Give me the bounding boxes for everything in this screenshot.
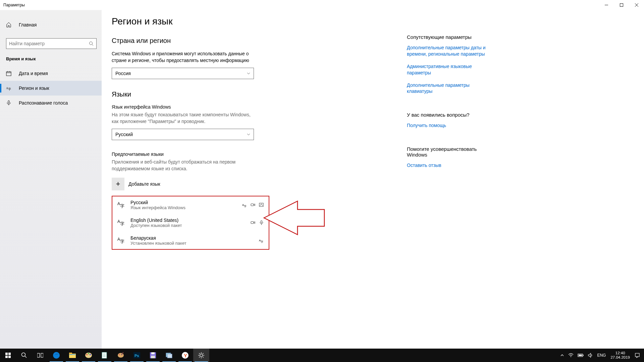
svg-rect-6 xyxy=(6,72,11,76)
sidebar-item-speech[interactable]: Распознавание голоса xyxy=(0,96,102,110)
svg-point-43 xyxy=(86,354,88,355)
svg-rect-77 xyxy=(635,353,639,357)
volume-icon[interactable] xyxy=(586,349,595,362)
lang-name: Беларуская xyxy=(130,235,254,241)
wifi-icon[interactable] xyxy=(566,349,576,362)
add-language-label: Добавьте язык xyxy=(128,181,160,187)
paint3d-app[interactable] xyxy=(113,349,129,362)
home-icon xyxy=(6,22,11,27)
sidebar-home-label: Главная xyxy=(19,22,37,27)
sidebar-home[interactable]: Главная xyxy=(0,17,102,32)
tts-icon xyxy=(251,202,256,207)
close-button[interactable] xyxy=(629,0,644,10)
sidebar-item-label: Регион и язык xyxy=(19,85,49,91)
related-link[interactable]: Административные языковые параметры xyxy=(407,63,487,76)
lang-sub: Доступен языковой пакет xyxy=(130,223,246,228)
svg-text:A: A xyxy=(117,219,120,224)
svg-rect-30 xyxy=(5,353,8,355)
svg-point-4 xyxy=(90,42,93,45)
svg-rect-12 xyxy=(8,101,9,103)
taskbar-clock[interactable]: 12:40 27.04.2019 xyxy=(608,351,633,360)
svg-text:A: A xyxy=(117,237,120,242)
svg-marker-76 xyxy=(588,353,591,357)
region-dropdown[interactable]: Россия xyxy=(112,68,254,79)
svg-rect-18 xyxy=(251,204,254,206)
svg-point-51 xyxy=(119,354,120,355)
display-lang-label: Язык интерфейса Windows xyxy=(112,104,400,110)
paint-app[interactable] xyxy=(80,349,97,362)
minimize-button[interactable] xyxy=(599,0,614,10)
display-lang-icon: A字 xyxy=(242,202,247,207)
task-view-button[interactable] xyxy=(32,349,48,362)
language-glyph-icon: A字 xyxy=(117,218,126,228)
svg-rect-33 xyxy=(8,356,11,358)
svg-rect-74 xyxy=(583,355,584,356)
related-heading: Сопутствующие параметры xyxy=(407,34,487,40)
related-link[interactable]: Дополнительные параметры клавиатуры xyxy=(407,82,487,95)
window-title: Параметры xyxy=(0,3,25,7)
tray-overflow[interactable] xyxy=(558,349,566,362)
related-link[interactable]: Дополнительные параметры даты и времени,… xyxy=(407,45,487,57)
svg-point-50 xyxy=(118,353,124,358)
battery-icon[interactable] xyxy=(576,349,586,362)
search-button[interactable] xyxy=(16,349,32,362)
svg-point-34 xyxy=(22,353,25,357)
display-lang-value: Русский xyxy=(115,132,133,137)
help-link[interactable]: Получить помощь xyxy=(407,122,487,129)
svg-rect-75 xyxy=(579,355,582,356)
svg-text:Ps: Ps xyxy=(135,354,139,358)
taskbar: Ps Y ENG 12:40 27.04.2019 xyxy=(0,349,644,362)
questions-heading: У вас появились вопросы? xyxy=(407,112,487,118)
language-item[interactable]: A字 English (United States) Доступен язык… xyxy=(117,218,264,228)
images-app[interactable] xyxy=(161,349,177,362)
preferred-lang-label: Предпочитаемые языки xyxy=(112,152,400,157)
search-input[interactable] xyxy=(6,38,97,49)
region-value: Россия xyxy=(115,71,131,76)
search-field[interactable] xyxy=(9,41,89,46)
preferred-lang-desc: Приложения и веб-сайты будут отображатьс… xyxy=(112,159,256,172)
yandex-app[interactable]: Y xyxy=(177,349,193,362)
feedback-link[interactable]: Оставить отзыв xyxy=(407,162,487,169)
add-language-button[interactable]: + Добавьте язык xyxy=(112,178,400,190)
language-item[interactable]: A字 Беларуская Установлен языковой пакет … xyxy=(117,235,264,246)
maximize-button[interactable] xyxy=(614,0,629,10)
edge-app[interactable] xyxy=(48,349,64,362)
lang-name: English (United States) xyxy=(130,218,246,223)
svg-rect-60 xyxy=(167,354,172,358)
page-title: Регион и язык xyxy=(112,16,400,27)
save-app[interactable] xyxy=(145,349,161,362)
language-icon: A字 xyxy=(6,85,11,91)
svg-rect-58 xyxy=(151,356,155,358)
lang-sub: Установлен языковой пакет xyxy=(130,241,254,246)
clock-time: 12:40 xyxy=(610,351,630,355)
explorer-app[interactable] xyxy=(64,349,80,362)
language-item[interactable]: A字 Русский Язык интерфейса Windows A字 xyxy=(117,200,264,210)
improve-heading: Помогите усовершенствовать Windows xyxy=(407,146,487,158)
svg-rect-31 xyxy=(8,353,11,355)
sidebar-item-label: Дата и время xyxy=(19,71,48,76)
display-lang-dropdown[interactable]: Русский xyxy=(112,129,254,140)
svg-rect-41 xyxy=(69,354,75,355)
sidebar-item-datetime[interactable]: Дата и время xyxy=(0,66,102,81)
input-language[interactable]: ENG xyxy=(595,349,608,362)
notepad-app[interactable] xyxy=(97,349,113,362)
clock-date: 27.04.2019 xyxy=(610,355,630,360)
calendar-icon xyxy=(6,71,11,76)
settings-app[interactable] xyxy=(193,349,209,362)
svg-rect-22 xyxy=(251,222,254,224)
aside-panel: Сопутствующие параметры Дополнительные п… xyxy=(407,16,487,343)
action-center-icon[interactable] xyxy=(633,349,642,362)
sidebar-category: Время и язык xyxy=(0,56,102,66)
svg-point-63 xyxy=(200,354,203,357)
photoshop-app[interactable]: Ps xyxy=(129,349,145,362)
sidebar-item-region-language[interactable]: A字 Регион и язык xyxy=(0,81,102,96)
microphone-icon xyxy=(6,100,11,106)
section-region-desc: Система Windows и приложения могут испол… xyxy=(112,51,256,64)
start-button[interactable] xyxy=(0,349,16,362)
svg-line-35 xyxy=(25,356,27,358)
svg-text:字: 字 xyxy=(120,239,124,244)
svg-rect-36 xyxy=(37,353,40,357)
lang-sub: Язык интерфейса Windows xyxy=(130,205,237,210)
svg-line-70 xyxy=(199,357,200,357)
svg-point-38 xyxy=(53,352,60,359)
